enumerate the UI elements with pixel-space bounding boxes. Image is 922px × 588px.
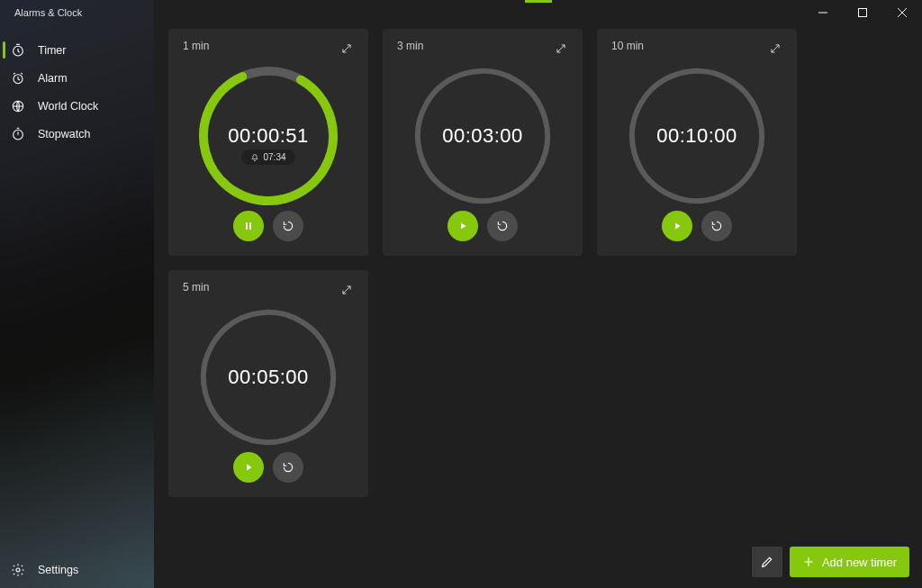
svg-rect-5 [859, 9, 867, 17]
expand-icon [555, 42, 567, 55]
timer-title: 10 min [611, 40, 644, 52]
app-title: Alarms & Clock [0, 0, 154, 25]
reset-icon [282, 461, 294, 474]
edit-button[interactable] [752, 547, 782, 577]
reset-icon [496, 220, 509, 232]
timer-card[interactable]: 5 min 00:05:00 [168, 270, 368, 497]
play-icon [457, 221, 468, 231]
nav: Timer Alarm World Clock Stopwatch [0, 25, 154, 552]
timer-card[interactable]: 10 min 00:10:00 [597, 29, 797, 256]
svg-point-4 [16, 568, 20, 572]
timer-controls [662, 211, 732, 241]
expand-button[interactable] [336, 38, 357, 59]
sidebar: Alarms & Clock Timer Alarm World Clock S… [0, 0, 154, 588]
alarm-time: 07:34 [263, 152, 285, 162]
content: 1 min 00:00:51 07:34 3 min 00:03:00 10 m… [154, 0, 922, 588]
nav-alarm[interactable]: Alarm [0, 64, 154, 92]
reset-button[interactable] [273, 211, 303, 241]
svg-point-11 [609, 48, 786, 225]
reset-icon [710, 220, 723, 232]
timer-controls [233, 211, 303, 241]
minimize-button[interactable] [803, 0, 843, 25]
bottom-bar: Add new timer [752, 547, 909, 577]
alarm-time-pill: 07:34 [241, 149, 294, 165]
timer-title: 1 min [183, 40, 209, 52]
timer-title: 5 min [183, 281, 209, 294]
expand-icon [340, 284, 353, 296]
add-new-timer-button[interactable]: Add new timer [790, 547, 909, 577]
svg-rect-9 [249, 222, 251, 230]
progress-ring [171, 39, 366, 233]
timer-ring: 00:03:00 [411, 65, 554, 207]
reset-button[interactable] [273, 452, 303, 483]
expand-icon [340, 42, 353, 55]
bell-icon [250, 153, 259, 162]
nav-label: Stopwatch [38, 128, 90, 140]
maximize-button[interactable] [843, 0, 882, 25]
plus-icon [802, 556, 815, 568]
timer-controls [233, 452, 303, 483]
play-icon [243, 462, 254, 473]
close-button[interactable] [882, 0, 922, 25]
main: 1 min 00:00:51 07:34 3 min 00:03:00 10 m… [154, 0, 922, 588]
timer-controls [447, 211, 518, 241]
play-button[interactable] [447, 211, 478, 241]
add-timer-label: Add new timer [822, 556, 897, 569]
svg-rect-8 [246, 222, 248, 230]
gear-icon [11, 563, 25, 577]
top-accent [525, 0, 552, 3]
reset-icon [282, 220, 294, 232]
timer-ring: 00:10:00 [626, 65, 768, 207]
nav-settings[interactable]: Settings [0, 552, 154, 588]
svg-point-10 [394, 48, 572, 225]
settings-label: Settings [38, 564, 78, 576]
stopwatch-icon [11, 127, 25, 141]
expand-button[interactable] [764, 38, 786, 59]
timer-card[interactable]: 1 min 00:00:51 07:34 [168, 29, 368, 256]
timer-cards: 1 min 00:00:51 07:34 3 min 00:03:00 10 m… [168, 29, 922, 497]
timer-icon [11, 43, 25, 58]
nav-world-clock[interactable]: World Clock [0, 92, 154, 120]
reset-button[interactable] [487, 211, 518, 241]
timer-card[interactable]: 3 min 00:03:00 [383, 29, 583, 256]
timer-title: 3 min [397, 40, 423, 52]
pause-icon [243, 221, 254, 231]
nav-label: Alarm [38, 72, 68, 85]
pause-button[interactable] [233, 211, 264, 241]
nav-label: Timer [38, 44, 66, 57]
timer-ring: 00:05:00 [197, 306, 339, 448]
timer-ring: 00:00:51 07:34 [197, 65, 339, 207]
play-button[interactable] [662, 211, 692, 241]
globe-icon [11, 99, 25, 113]
nav-timer[interactable]: Timer [0, 36, 154, 64]
progress-ring [600, 39, 794, 233]
progress-ring [171, 280, 366, 475]
play-button[interactable] [233, 452, 264, 483]
nav-label: World Clock [38, 100, 98, 113]
expand-button[interactable] [550, 38, 572, 59]
expand-icon [769, 42, 782, 55]
nav-stopwatch[interactable]: Stopwatch [0, 120, 154, 148]
play-icon [672, 221, 682, 231]
progress-ring [385, 39, 580, 233]
window-controls [803, 0, 922, 25]
svg-point-12 [180, 289, 357, 466]
reset-button[interactable] [701, 211, 732, 241]
alarm-icon [11, 71, 25, 86]
expand-button[interactable] [336, 279, 357, 301]
